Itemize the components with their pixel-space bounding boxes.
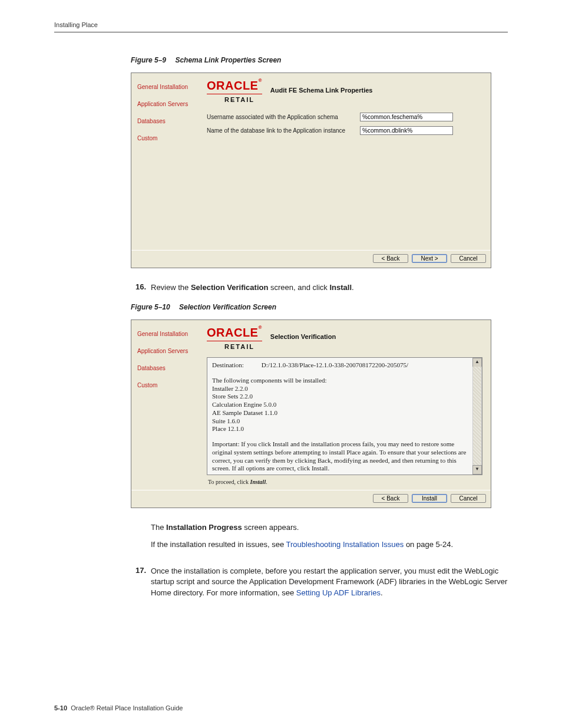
scroll-track[interactable] [472,367,482,466]
next-button[interactable]: Next > [412,254,447,263]
username-label: Username associated with the Application… [207,114,354,120]
nav-appservers[interactable]: Application Servers [137,348,197,354]
component-item: Place 12.1.0 [212,425,472,433]
step-number: 17. [131,566,151,599]
troubleshooting-text: If the installation resulted in issues, … [151,539,453,551]
brand-oracle: ORACLE [207,79,258,92]
step-text: Once the installation is complete, befor… [151,566,508,599]
install-button[interactable]: Install [412,494,447,503]
nav-databases[interactable]: Databases [137,365,197,371]
figure-5-9-block: Figure 5–9 Schema Link Properties Screen… [131,56,508,268]
dblink-label: Name of the database link to the Applica… [207,127,354,134]
page: Installing Place Figure 5–9 Schema Link … [0,0,562,728]
component-item: AE Sample Dataset 1.1.0 [212,409,472,417]
installer-selection-verification: General Installation Application Servers… [131,319,491,508]
figure-number: Figure 5–10 [131,303,170,311]
back-button[interactable]: < Back [373,254,408,263]
installer-nav: General Installation Application Servers… [131,73,203,250]
figure-5-10-caption: Figure 5–10 Selection Verification Scree… [131,303,508,311]
nav-general[interactable]: General Installation [137,331,197,337]
figure-title: Schema Link Properties Screen [175,56,281,64]
registered-icon: ® [258,78,262,83]
step-16-continuation: The Installation Progress screen appears… [131,522,508,556]
scroll-down-icon[interactable]: ▼ [472,465,482,475]
brand-oracle: ORACLE [207,326,258,339]
installer-nav: General Installation Application Servers… [131,320,203,490]
nav-general[interactable]: General Installation [137,84,197,90]
component-item: Calculation Engine 5.0.0 [212,401,472,409]
install-progress-text: The Installation Progress screen appears… [151,522,453,533]
nav-custom[interactable]: Custom [137,135,197,141]
component-item: Store Sets 2.2.0 [212,393,472,401]
step-text: Review the Selection Verification screen… [151,282,354,294]
installer-schema-link: General Installation Application Servers… [131,73,491,268]
page-footer: 5-10 Oracle® Retail Place Installation G… [54,704,183,711]
oracle-brand: ORACLE® RETAIL [207,79,262,103]
back-button[interactable]: < Back [373,494,408,503]
nav-databases[interactable]: Databases [137,118,197,124]
step-17: 17. Once the installation is complete, b… [131,566,508,599]
nav-appservers[interactable]: Application Servers [137,101,197,107]
scroll-up-icon[interactable]: ▲ [472,358,482,367]
brand-retail: RETAIL [224,343,262,350]
verification-text-area: ▲ ▼ Destination: D:/12.1.0-338/Place-12.… [207,357,482,475]
installer-title: Audit FE Schema Link Properties [270,87,373,96]
cancel-button[interactable]: Cancel [451,494,486,503]
important-note: Important: If you click Install and the … [212,440,472,473]
destination-label: Destination: [212,361,244,368]
brand-retail: RETAIL [224,96,262,103]
proceed-text: To proceed, click Install. [208,479,482,485]
component-item: Installer 2.2.0 [212,385,472,393]
running-head: Installing Place [54,21,508,32]
step-number: 16. [131,282,151,294]
step-16: 16. Review the Selection Verification sc… [131,282,508,294]
destination-value: D:/12.1.0-338/Place-12.1.0-338-200708172… [262,361,408,368]
registered-icon: ® [258,325,262,330]
cancel-button[interactable]: Cancel [451,254,486,263]
footer-page-number: 5-10 [54,704,67,711]
figure-5-9-caption: Figure 5–9 Schema Link Properties Screen [131,56,508,64]
username-input[interactable] [360,113,453,121]
figure-5-10-block: Figure 5–10 Selection Verification Scree… [131,303,508,508]
dblink-input[interactable] [360,126,453,135]
figure-title: Selection Verification Screen [179,303,276,311]
footer-doc-title: Oracle® Retail Place Installation Guide [71,704,183,711]
oracle-brand: ORACLE® RETAIL [207,326,262,350]
components-intro: The following components will be install… [212,377,472,385]
component-item: Suite 1.6.0 [212,417,472,426]
troubleshooting-link[interactable]: Troubleshooting Installation Issues [286,540,404,549]
installer-title: Selection Verification [270,333,336,342]
nav-custom[interactable]: Custom [137,382,197,388]
adf-libraries-link[interactable]: Setting Up ADF Libraries [296,588,381,597]
figure-number: Figure 5–9 [131,56,166,64]
